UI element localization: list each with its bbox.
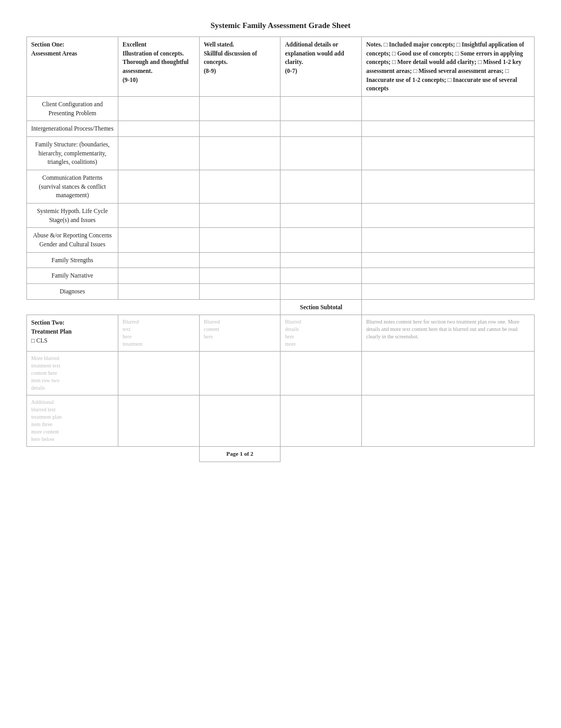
row-label: Family Narrative — [27, 268, 118, 284]
section-two-col4: Blurreddetailsheremore — [280, 315, 362, 352]
table-row: Communication Patterns (survival stances… — [27, 170, 535, 204]
section-two-col2: Blurredtextheretreatment — [118, 315, 199, 352]
table-row: Additionalblurred texttreatment planitem… — [27, 395, 535, 447]
table-row: Family Strengths — [27, 252, 535, 268]
header-section: Section One: Assessment Areas — [27, 37, 118, 97]
section-two-col5: Blurred notes content here for section t… — [362, 315, 535, 352]
section-two-header-row: Section Two: Treatment Plan □ CLS Blurre… — [27, 315, 535, 352]
table-row: Abuse &/or Reporting Concerns Gender and… — [27, 228, 535, 252]
table-row: Family Structure: (boundaries, hierarchy… — [27, 137, 535, 170]
row-label: Diagnoses — [27, 284, 118, 300]
table-row: Client Configuration and Presenting Prob… — [27, 97, 535, 121]
row-notes-cell — [362, 97, 535, 121]
row-label: Abuse &/or Reporting Concerns Gender and… — [27, 228, 118, 252]
blurred-row2-col1: More blurredtreatment textcontent hereit… — [27, 352, 118, 395]
header-well: Well stated. Skillful discussion of conc… — [199, 37, 280, 97]
table-row: Intergenerational Process/Themes — [27, 121, 535, 137]
row-label: Intergenerational Process/Themes — [27, 121, 118, 137]
page-title: Systemic Family Assessment Grade Sheet — [26, 21, 535, 30]
page-number-label: Page 1 of 2 — [199, 447, 280, 462]
blurred-row3-col1: Additionalblurred texttreatment planitem… — [27, 395, 118, 447]
row-label: Family Strengths — [27, 252, 118, 268]
section-two-label: Section Two: Treatment Plan □ CLS — [27, 315, 118, 352]
header-notes: Notes. □ Included major concepts; □ Insi… — [362, 37, 535, 97]
table-row: Diagnoses — [27, 284, 535, 300]
page-number-row: Page 1 of 2 — [27, 447, 535, 462]
subtotal-row: Section Subtotal — [27, 299, 535, 315]
row-well-cell — [199, 97, 280, 121]
row-excellent-cell — [118, 97, 199, 121]
section-two-col3: Blurredcontenthere — [199, 315, 280, 352]
row-label: Communication Patterns (survival stances… — [27, 170, 118, 204]
subtotal-label: Section Subtotal — [280, 299, 362, 315]
table-row: More blurredtreatment textcontent hereit… — [27, 352, 535, 395]
row-label: Systemic Hypoth. Life Cycle Stage(s) and… — [27, 204, 118, 228]
header-additional: Additional details or explanation would … — [280, 37, 362, 97]
row-label: Client Configuration and Presenting Prob… — [27, 97, 118, 121]
table-row: Family Narrative — [27, 268, 535, 284]
row-additional-cell — [280, 97, 362, 121]
row-label: Family Structure: (boundaries, hierarchy… — [27, 137, 118, 170]
table-row: Systemic Hypoth. Life Cycle Stage(s) and… — [27, 204, 535, 228]
header-excellent: Excellent Illustration of concepts. Thor… — [118, 37, 199, 97]
